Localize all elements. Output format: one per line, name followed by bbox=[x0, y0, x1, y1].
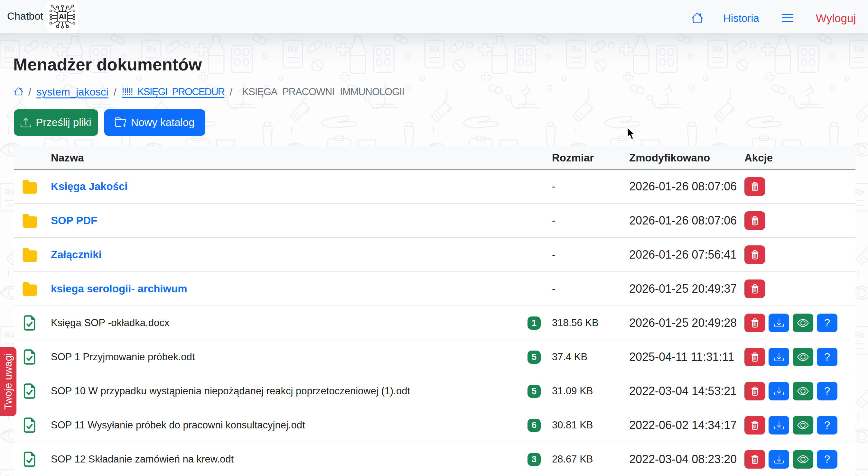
svg-text:AI: AI bbox=[59, 12, 66, 21]
